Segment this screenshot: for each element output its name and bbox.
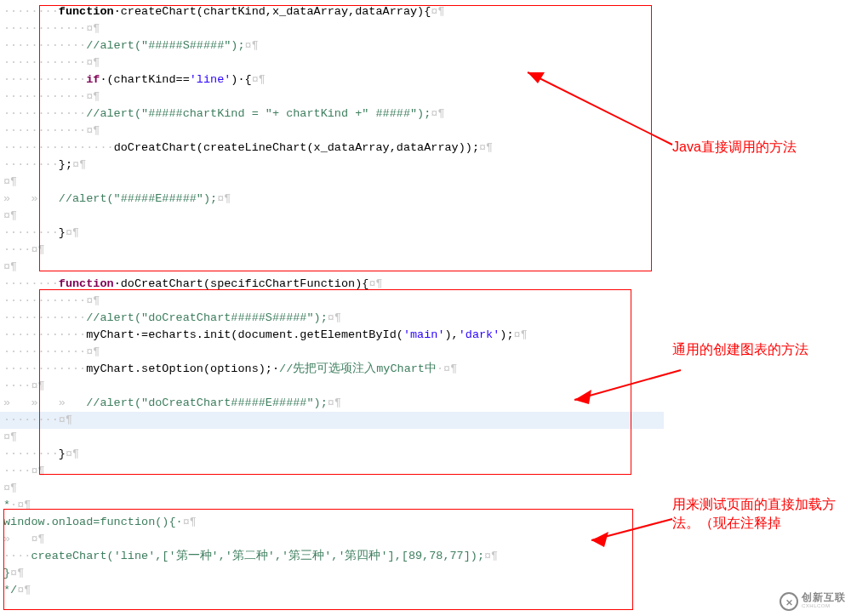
code-line: ············//alert("#####S#####");¤¶ <box>0 37 664 54</box>
code-line: ············myChart·=echarts.init(docume… <box>0 327 664 344</box>
logo-main: 创新互联 <box>802 593 846 602</box>
logo-icon: ⨉ <box>780 592 798 611</box>
code-line: ········function·doCreatChart(specificCh… <box>0 276 664 293</box>
code-line: ····createChart('line',['第一种','第二种','第三种… <box>0 548 664 565</box>
code-line: ········¤¶ <box>0 412 664 429</box>
code-line: *·¤¶ <box>0 497 664 514</box>
code-line: ············¤¶ <box>0 344 664 361</box>
code-line: » ¤¶ <box>0 531 664 548</box>
code-line: ········}¤¶ <box>0 225 664 242</box>
code-line: ············myChart.setOption(options);·… <box>0 361 664 378</box>
code-line: ············¤¶ <box>0 54 664 71</box>
code-line: ····¤¶ <box>0 463 664 480</box>
code-line: ········}¤¶ <box>0 446 664 463</box>
code-line: » » //alert("#####E#####");¤¶ <box>0 191 664 208</box>
code-line: ····¤¶ <box>0 378 664 395</box>
annotation-2: 通用的创建图表的方法 <box>672 340 842 359</box>
code-line: ············¤¶ <box>0 88 664 106</box>
logo-sub: CXHLCOM <box>802 602 846 610</box>
code-line: ¤¶ <box>0 174 664 191</box>
code-line: ¤¶ <box>0 259 664 276</box>
code-line: ¤¶ <box>0 429 664 446</box>
annotation-3: 用来测试页面的直接加载方法。（现在注释掉 <box>672 495 842 533</box>
code-line: ················doCreatChart(createLineC… <box>0 140 664 157</box>
code-line: » » » //alert("doCreatChart#####E#####")… <box>0 395 664 412</box>
code-line: window.onload=function(){·¤¶ <box>0 514 664 531</box>
code-line: ············//alert("doCreatChart#####S#… <box>0 310 664 327</box>
code-line: ········function·createChart(chartKind,x… <box>0 3 664 20</box>
code-line: */¤¶ <box>0 582 664 599</box>
code-line: ············if·(chartKind=='line')·{¤¶ <box>0 71 664 88</box>
code-line: ¤¶ <box>0 480 664 497</box>
code-line: ········};¤¶ <box>0 157 664 174</box>
brand-logo: ⨉ 创新互联 CXHLCOM <box>780 592 846 611</box>
code-line: ············¤¶ <box>0 20 664 37</box>
code-line: ¤¶ <box>0 208 664 225</box>
code-line: ············//alert("#####chartKind = "+… <box>0 106 664 123</box>
code-line: }¤¶ <box>0 565 664 582</box>
code-line: ····¤¶ <box>0 242 664 259</box>
code-editor: ········function·createChart(chartKind,x… <box>0 0 664 599</box>
code-line: ············¤¶ <box>0 123 664 140</box>
annotation-1: Java直接调用的方法 <box>672 138 797 157</box>
code-line: ············¤¶ <box>0 293 664 310</box>
